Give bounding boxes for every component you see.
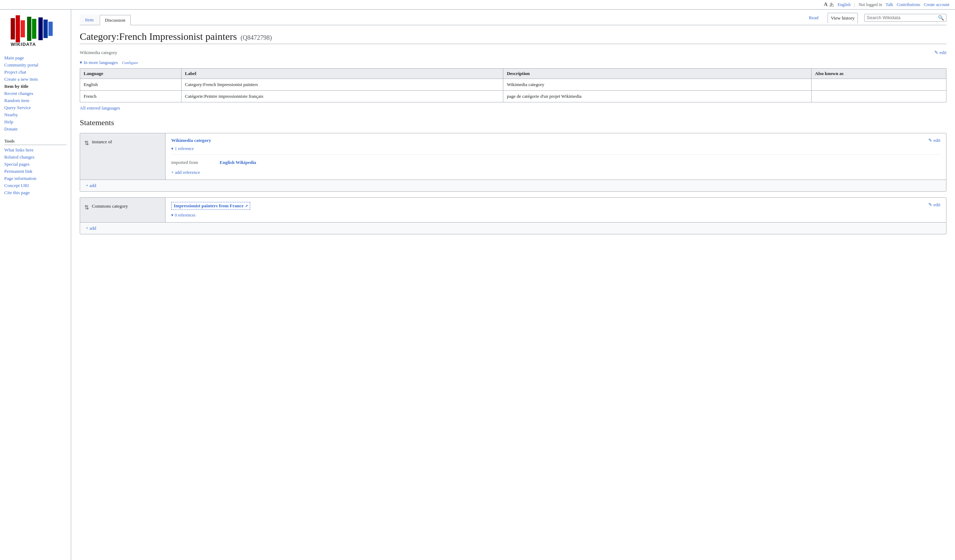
reference-prop-label: imported from — [171, 160, 214, 165]
reference-count: 1 reference — [175, 146, 194, 151]
sidebar-item-query-service[interactable]: Query Service — [4, 104, 67, 111]
reference-row: imported from English Wikipedia — [171, 160, 940, 165]
add-reference-link[interactable]: + add reference — [171, 170, 940, 175]
statement-edit-button[interactable]: edit — [928, 137, 941, 143]
lang-toggle[interactable]: In more languages Configure — [80, 60, 138, 66]
reference-toggle[interactable]: 1 reference — [171, 146, 194, 151]
font-size-icon: A あ — [823, 2, 834, 8]
not-logged-in: Not logged in — [858, 2, 882, 8]
cell-description: Wikimedia category — [503, 79, 811, 90]
top-bar: A あ English | Not logged in Talk Contrib… — [0, 0, 955, 9]
sidebar-item-project-chat[interactable]: Project chat — [4, 69, 67, 76]
svg-text:WIKIDATA: WIKIDATA — [11, 42, 36, 47]
svg-rect-1 — [16, 15, 20, 42]
sidebar: WIKIDATA Main pageCommunity portalProjec… — [0, 9, 71, 560]
svg-rect-7 — [49, 22, 53, 36]
pencil-icon — [928, 137, 932, 143]
all-languages-link[interactable]: All entered languages — [80, 105, 120, 111]
cell-also_known_as — [811, 79, 946, 90]
rank-icon: ⇅ — [85, 204, 89, 211]
triangle-down-icon — [171, 213, 173, 218]
create-account-link[interactable]: Create account — [924, 2, 949, 8]
col-also-known-as: Also known as — [811, 69, 946, 79]
statement-value-area: Wikimedia category edit 1 reference impo… — [166, 133, 946, 179]
sidebar-item-permanent-link[interactable]: Permanent link — [4, 168, 67, 175]
sidebar-item-help[interactable]: Help — [4, 119, 67, 125]
talk-link[interactable]: Talk — [886, 2, 893, 8]
search-button[interactable]: 🔍 — [938, 15, 944, 20]
page-title: Category:French Impressionist painters — [80, 31, 237, 42]
languages-section: In more languages Configure Language Lab… — [80, 60, 946, 111]
sidebar-item-community-portal[interactable]: Community portal — [4, 61, 67, 69]
cell-lang: French — [80, 90, 182, 102]
sidebar-item-cite-this-page[interactable]: Cite this page — [4, 189, 67, 196]
statement-footer: + add — [80, 222, 946, 234]
statement-value[interactable]: Wikimedia category — [171, 137, 211, 143]
cell-description: page de catégorie d'un projet Wikimedia — [503, 90, 811, 102]
reference-count: 0 references — [175, 213, 196, 218]
add-reference-button[interactable]: + add reference — [171, 170, 200, 175]
tools-title: Tools — [4, 138, 67, 145]
category-edit-button[interactable]: edit — [935, 50, 947, 55]
tools-section: Tools What links hereRelated changesSpec… — [4, 138, 67, 196]
reference-toggle[interactable]: 0 references — [171, 213, 196, 218]
statements-section: Statements ⇅ instance of Wikimedia categ… — [80, 118, 946, 234]
sidebar-item-main-page[interactable]: Main page — [4, 55, 67, 61]
contributions-link[interactable]: Contributions — [897, 2, 920, 8]
cell-label: Catégorie:Peintre impressionniste frança… — [181, 90, 503, 102]
sidebar-item-related-changes[interactable]: Related changes — [4, 154, 67, 161]
reference-details: imported from English Wikipedia — [171, 154, 940, 165]
tab-discussion[interactable]: Discussion — [100, 15, 131, 25]
sidebar-item-donate[interactable]: Donate — [4, 125, 67, 133]
languages-table: Language Label Description Also known as… — [80, 68, 946, 102]
sidebar-item-page-information[interactable]: Page information — [4, 175, 67, 182]
svg-rect-5 — [38, 17, 43, 40]
tab-view-history[interactable]: View history — [828, 13, 858, 23]
tab-actions: Read View history 🔍 — [806, 12, 946, 25]
svg-rect-6 — [44, 20, 48, 38]
sidebar-item-concept-uri[interactable]: Concept URI — [4, 182, 67, 189]
separator: | — [854, 2, 855, 8]
statement-value[interactable]: Impressionist painters from France ↗ — [171, 202, 250, 210]
sidebar-item-nearby[interactable]: Nearby — [4, 111, 67, 119]
logo-area: WIKIDATA — [4, 15, 67, 47]
tab-read[interactable]: Read — [806, 13, 822, 23]
tab-item[interactable]: Item — [80, 15, 99, 25]
language-link[interactable]: English — [838, 2, 851, 8]
main-content: Item Discussion Read View history 🔍 Cate… — [71, 9, 955, 560]
commons-value[interactable]: Impressionist painters from France ↗ — [171, 202, 250, 210]
table-row: FrenchCatégorie:Peintre impressionniste … — [80, 90, 946, 102]
sidebar-item-recent-changes[interactable]: Recent changes — [4, 90, 67, 97]
navigation-section: Main pageCommunity portalProject chatCre… — [4, 55, 67, 133]
sidebar-item-what-links-here[interactable]: What links here — [4, 147, 67, 154]
sidebar-item-create-new-item[interactable]: Create a new item — [4, 76, 67, 83]
add-statement-link[interactable]: + add — [86, 225, 96, 231]
statement-edit-button[interactable]: edit — [928, 202, 941, 207]
svg-rect-0 — [11, 18, 15, 39]
property-label: instance of — [92, 139, 112, 145]
col-label: Label — [181, 69, 503, 79]
statements-title: Statements — [80, 118, 946, 127]
cell-also_known_as — [811, 90, 946, 102]
pencil-icon — [935, 50, 938, 55]
sidebar-item-random-item[interactable]: Random item — [4, 97, 67, 104]
statement-property: ⇅ instance of — [80, 133, 166, 179]
configure-link[interactable]: Configure — [122, 61, 138, 65]
pencil-icon — [928, 202, 932, 207]
sidebar-item-special-pages[interactable]: Special pages — [4, 161, 67, 168]
add-statement-link[interactable]: + add — [86, 183, 96, 188]
cell-label: Category:French Impressionist painters — [181, 79, 503, 90]
qid-label: (Q8472798) — [241, 34, 272, 42]
search-input[interactable] — [867, 15, 938, 20]
statement-value-row: Wikimedia category edit — [171, 137, 940, 143]
statement-footer: + add — [80, 179, 946, 191]
wm-category-label: Wikimedia category — [80, 50, 117, 55]
statement-property: ⇅ Commons category — [80, 198, 166, 222]
tabs-area: Item Discussion Read View history 🔍 — [80, 9, 946, 25]
statement-value-area: Impressionist painters from France ↗ edi… — [166, 198, 946, 222]
statement-group-1: ⇅ Commons category Impressionist painter… — [80, 197, 946, 234]
reference-value[interactable]: English Wikipedia — [220, 160, 256, 165]
statement-row: ⇅ instance of Wikimedia category edit 1 … — [80, 133, 946, 179]
col-language: Language — [80, 69, 182, 79]
external-link-icon: ↗ — [245, 204, 248, 208]
